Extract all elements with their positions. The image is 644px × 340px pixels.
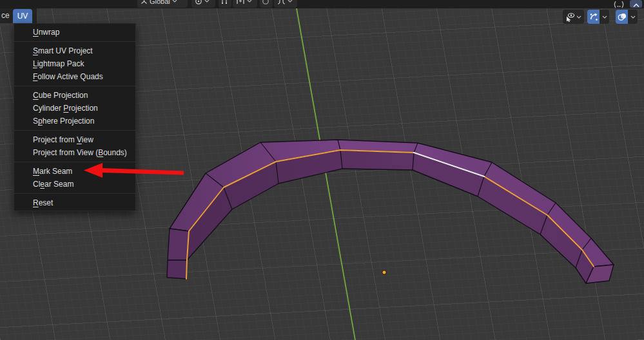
uv-menu-item-clear-seam[interactable]: Clear Seam: [14, 178, 135, 191]
uv-menu-item-cube-projection[interactable]: Cube Projection: [14, 89, 135, 102]
menu-separator: [14, 130, 135, 131]
menu-uv-button[interactable]: UV: [13, 9, 32, 23]
menu-item-label: here Projection: [43, 117, 95, 126]
pivot-point-icon: [195, 0, 202, 5]
chevron-down-icon: [576, 15, 581, 19]
menu-item-label: Cl: [33, 180, 40, 189]
orientation-icon: [141, 0, 148, 5]
pivot-point-dropdown[interactable]: [191, 0, 215, 8]
menu-item-label: eset: [39, 198, 54, 207]
show-overlays-toggle[interactable]: [616, 10, 628, 24]
overlays-dropdown[interactable]: [628, 10, 638, 24]
proportional-falloff-dropdown[interactable]: [274, 0, 297, 8]
menu-item-label: ightmap Pack: [37, 59, 84, 68]
menu-item-label: L: [33, 59, 37, 68]
orientation-label: Global: [150, 0, 170, 5]
object-visibility-dropdown[interactable]: [563, 10, 584, 24]
menu-item-label: mart UV Project: [38, 46, 93, 55]
viewport-header-bar: Global: [0, 0, 644, 8]
uv-menu-item-reset[interactable]: Reset: [14, 196, 135, 209]
gizmo-dropdown[interactable]: [600, 10, 609, 24]
menu-item-label: Project from: [33, 135, 77, 144]
menu-item-label: Project from View (: [33, 148, 98, 157]
snap-toggle-button[interactable]: [219, 0, 231, 8]
uv-menu-item-unwrap[interactable]: Unwrap: [14, 26, 135, 39]
menu-item-label: S: [33, 117, 38, 126]
uv-menu-item-sphere-projection[interactable]: Sphere Projection: [14, 115, 135, 128]
menu-item-label: C: [33, 91, 39, 100]
menu-face-clipped[interactable]: ce: [1, 11, 10, 20]
snap-target-dropdown[interactable]: [233, 0, 257, 8]
chevron-down-icon: [172, 0, 177, 3]
uv-menu-item-smart-uv-project[interactable]: Smart UV Project: [14, 44, 135, 57]
menu-item-label: ounds): [103, 148, 127, 157]
menu-item-label: S: [33, 46, 38, 55]
menu-item-label: nwrap: [39, 28, 60, 37]
chevron-down-icon: [602, 15, 607, 19]
transform-orientation-dropdown[interactable]: Global: [137, 0, 188, 8]
uv-menu-item-follow-active-quads[interactable]: Follow Active Quads: [14, 70, 135, 83]
menu-separator: [14, 162, 135, 162]
chevron-down-icon: [247, 0, 252, 3]
menu-item-label: ollow Active Quads: [37, 72, 102, 81]
uv-menu-item-cylinder-projection[interactable]: Cylinder Projection: [14, 102, 135, 115]
uv-menu-item-project-from-view-bounds[interactable]: Project from View (Bounds): [14, 146, 135, 159]
uv-menu-item-lightmap-pack[interactable]: Lightmap Pack: [14, 57, 135, 70]
uv-menu-label: UV: [17, 12, 28, 21]
eye-cursor-icon: [565, 12, 575, 22]
uv-menu-item-project-from-view[interactable]: Project from View: [14, 133, 135, 146]
menu-item-label: B: [98, 148, 103, 157]
menu-item-label: Cylinder: [33, 104, 63, 113]
uv-menu: UnwrapSmart UV ProjectLightmap PackFollo…: [14, 23, 136, 211]
menu-item-label: ark Seam: [39, 167, 72, 176]
menu-item-label: ube Projection: [39, 91, 88, 100]
menu-item-label: V: [77, 135, 82, 144]
menu-item-label: U: [33, 28, 39, 37]
gizmo-arc-icon: [589, 12, 598, 21]
snap-increment-icon: [236, 0, 245, 5]
show-gizmo-toggle[interactable]: [587, 10, 600, 24]
falloff-curve-icon: [277, 0, 286, 5]
menu-item-label: iew: [82, 135, 93, 144]
menu-item-label: rojection: [68, 104, 97, 113]
clipped-header-icon: [613, 1, 625, 8]
menu-separator: [14, 86, 135, 86]
uv-menu-item-mark-seam[interactable]: Mark Seam: [14, 165, 135, 178]
overlays-circles-icon: [618, 12, 627, 21]
menu-item-label: p: [38, 117, 43, 126]
chevron-up-icon: [633, 3, 639, 8]
blender-3d-viewport: { "topbar": { "orientation_label": "Glob…: [0, 0, 644, 340]
header-fragment: ce UV: [0, 8, 37, 23]
chevron-down-icon: [288, 0, 293, 3]
menu-item-label: ar Seam: [44, 180, 73, 189]
menu-item-label: R: [33, 198, 39, 207]
menu-separator: [14, 193, 135, 194]
proportional-editing-icon: [262, 0, 269, 5]
magnet-icon: [220, 0, 228, 5]
editor-corner-chevron-button[interactable]: [630, 0, 642, 8]
menu-item-label: M: [33, 167, 39, 176]
chevron-down-icon: [630, 15, 636, 19]
chevron-down-icon: [204, 0, 210, 3]
menu-separator: [14, 41, 135, 42]
proportional-editing-button[interactable]: [260, 0, 273, 8]
